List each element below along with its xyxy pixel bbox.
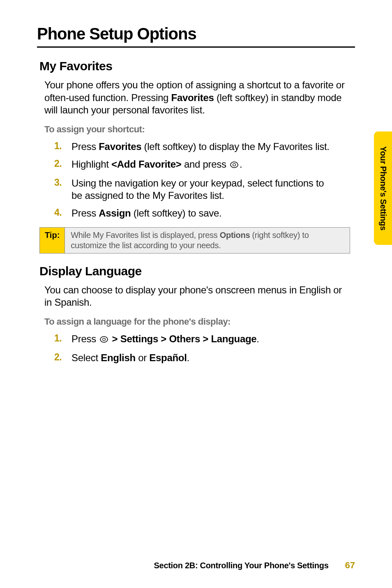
step-number: 1. [54,333,71,344]
side-tab-label: Your Phone's Settings [378,146,388,231]
step-text: Highlight <Add Favorite> and press . [71,158,242,172]
favorites-label: Favorites [99,141,141,152]
assign-label: Assign [99,208,131,219]
svg-point-5 [103,338,106,341]
svg-point-0 [231,162,238,168]
text-post: . [187,352,189,363]
text-post: (left softkey) to save. [131,208,221,219]
assign-shortcut-steps: 1. Press Favorites (left softkey) to dis… [54,141,330,220]
step-text: Press > Settings > Others > Language. [71,333,259,347]
favorites-softkey-label: Favorites [171,92,214,103]
footer-page-number: 67 [345,560,355,571]
nav-key-icon [99,334,108,347]
my-favorites-intro: Your phone offers you the option of assi… [44,79,347,117]
step-1: 1. Press Favorites (left softkey) to dis… [54,141,330,153]
step-number: 1. [54,141,71,152]
footer-section-label: Section 2B: Controlling Your Phone's Set… [154,561,329,570]
text-pre: Press [71,141,99,152]
assign-language-heading: To assign a language for the phone's dis… [44,316,355,327]
tip-label: Tip: [40,228,65,253]
step-text: Using the navigation key or your keypad,… [71,177,330,202]
text-post: . [240,159,242,170]
step-4: 4. Press Assign (left softkey) to save. [54,207,330,220]
english-label: English [101,352,136,363]
options-label: Options [220,231,250,240]
text-pre: Select [71,352,101,363]
espanol-label: Español [149,352,187,363]
step-number: 2. [54,352,71,363]
page-title: Phone Setup Options [37,25,355,48]
nav-key-icon [230,159,239,172]
side-tab: Your Phone's Settings [374,131,392,245]
text-post: . [256,333,259,344]
step-text: Select English or Español. [71,352,189,364]
svg-point-4 [100,337,108,342]
step-2: 2. Highlight <Add Favorite> and press . [54,158,330,172]
section-my-favorites-heading: My Favorites [39,59,355,73]
text-post: (left softkey) to display the My Favorit… [141,141,329,152]
step-number: 4. [54,207,71,218]
step-text: Press Favorites (left softkey) to displa… [71,141,330,153]
page-footer: Section 2B: Controlling Your Phone's Set… [0,560,392,571]
section-display-language-heading: Display Language [39,264,355,278]
step-3: 3. Using the navigation key or your keyp… [54,177,330,202]
text-pre: Highlight [71,159,111,170]
tip-box: Tip: While My Favorites list is displaye… [39,227,350,254]
text-mid: and press [182,159,229,170]
tip-text: While My Favorites list is displayed, pr… [65,228,350,253]
add-favorite-label: <Add Favorite> [111,159,182,170]
svg-point-1 [233,164,236,166]
tip-pre: While My Favorites list is displayed, pr… [71,231,219,240]
assign-shortcut-heading: To assign your shortcut: [44,124,355,135]
step-number: 3. [54,177,71,188]
text-pre: Press [71,333,99,344]
step-2: 2. Select English or Español. [54,352,330,364]
menu-path: > Settings > Others > Language [109,333,256,344]
display-language-intro: You can choose to display your phone's o… [44,284,347,309]
step-1: 1. Press > Settings > Others > Language. [54,333,330,347]
text-mid: or [136,352,149,363]
text-pre: Press [71,208,99,219]
step-text: Press Assign (left softkey) to save. [71,207,221,220]
step-number: 2. [54,158,71,169]
assign-language-steps: 1. Press > Settings > Others > Language.… [54,333,330,364]
